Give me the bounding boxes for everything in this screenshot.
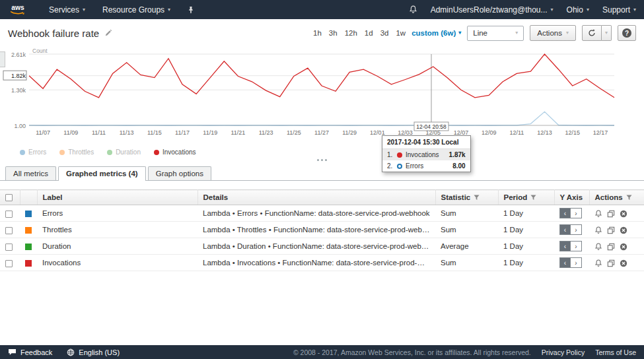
language-label: English (US) [79, 348, 120, 356]
chevron-down-icon: ▾ [566, 30, 569, 36]
row-checkbox[interactable] [5, 260, 13, 267]
duplicate-metric-icon[interactable] [607, 243, 615, 251]
nav-support-menu[interactable]: Support ▾ [602, 5, 636, 15]
y-axis-left-button[interactable]: ‹ [559, 257, 571, 268]
metric-statistic-cell: Average [435, 238, 498, 255]
refresh-button[interactable] [582, 25, 602, 41]
range-1d[interactable]: 1d [365, 29, 373, 37]
refresh-options-button[interactable]: ▾ [602, 25, 612, 41]
metric-period[interactable]: 1 Day [503, 209, 523, 217]
select-all-checkbox[interactable] [5, 194, 13, 201]
notifications-bell-icon[interactable] [409, 5, 417, 14]
metric-period[interactable]: 1 Day [503, 242, 523, 250]
row-checkbox[interactable] [5, 244, 13, 251]
nav-services[interactable]: Services ▾ [49, 5, 85, 15]
column-header-actions[interactable]: Actions [589, 190, 644, 205]
aws-logo[interactable]: aws [8, 3, 29, 16]
column-header-statistic[interactable]: Statistic [435, 190, 498, 205]
filter-icon[interactable] [474, 195, 480, 201]
metric-period[interactable]: 1 Day [503, 259, 523, 267]
metric-details: Lambda • Invocations • FunctionName: dat… [203, 259, 435, 267]
tab-graphed-metrics-4-[interactable]: Graphed metrics (4) [58, 166, 146, 181]
create-alarm-icon[interactable] [594, 259, 602, 267]
series-errors [29, 112, 614, 125]
remove-metric-icon[interactable] [620, 243, 627, 251]
metric-statistic[interactable]: Sum [441, 209, 456, 217]
filter-icon[interactable] [626, 195, 632, 201]
y-axis-right-button[interactable]: › [571, 208, 582, 218]
range-3d[interactable]: 3d [380, 29, 389, 37]
range-3h[interactable]: 3h [329, 29, 338, 37]
row-swatch-cell [20, 255, 37, 271]
y-axis-left-button[interactable]: ‹ [559, 208, 571, 218]
legend-label: Errors [28, 148, 46, 156]
y-axis-left-button[interactable]: ‹ [559, 224, 571, 235]
filter-icon[interactable] [530, 195, 536, 201]
metric-label-cell: Duration [37, 238, 197, 255]
privacy-policy-link[interactable]: Privacy Policy [542, 348, 585, 356]
row-checkbox[interactable] [5, 211, 13, 218]
nav-resource-groups[interactable]: Resource Groups ▾ [102, 5, 170, 15]
metric-details-cell: Lambda • Errors • FunctionName: data-sto… [197, 205, 435, 222]
x-tick-label: 11/13 [120, 129, 134, 136]
language-selector[interactable]: English (US) [67, 348, 120, 356]
remove-metric-icon[interactable] [620, 210, 627, 218]
nav-resource-groups-label: Resource Groups [102, 5, 164, 15]
metrics-line-chart[interactable]: 2.61k1.82k1.30k1.00Count11/0711/0911/111… [0, 48, 633, 147]
y-axis-right-button[interactable]: › [571, 257, 582, 268]
tooltip-row-errors: 2.Errors8.00 [382, 160, 470, 172]
tooltip-series-value: 8.00 [452, 162, 465, 170]
metric-details: Lambda • Throttles • FunctionName: data-… [203, 226, 435, 234]
create-alarm-icon[interactable] [594, 210, 602, 218]
chevron-down-icon: ▾ [168, 7, 170, 13]
chart-type-select[interactable]: Line ▾ [467, 26, 524, 41]
nav-account-menu[interactable]: AdminUsersRole/ztwang@thou... ▾ [431, 5, 554, 15]
legend-item-duration[interactable]: Duration [107, 148, 141, 156]
metric-actions-cell [589, 222, 644, 238]
range-12h[interactable]: 12h [345, 29, 357, 37]
x-tick-label: 12/09 [482, 129, 497, 136]
metric-statistic[interactable]: Average [441, 242, 469, 250]
legend-dot [154, 150, 159, 155]
chart-resize-handle[interactable] [0, 156, 644, 162]
duplicate-metric-icon[interactable] [607, 259, 615, 267]
range-1h[interactable]: 1h [313, 29, 322, 37]
remove-metric-icon[interactable] [620, 259, 627, 267]
tooltip-series-dot [397, 152, 402, 158]
duplicate-metric-icon[interactable] [607, 226, 615, 234]
custom-range-button[interactable]: custom (6w) ▾ [411, 29, 461, 37]
column-header-period[interactable]: Period [498, 190, 554, 205]
y-axis-right-button[interactable]: › [571, 224, 582, 235]
edit-title-pencil-icon[interactable] [104, 29, 112, 37]
metric-details: Lambda • Errors • FunctionName: data-sto… [203, 209, 430, 217]
x-tick-label: 11/17 [175, 129, 190, 136]
pin-shortcut-icon[interactable] [188, 6, 194, 14]
range-1w[interactable]: 1w [396, 29, 406, 37]
legend-item-throttles[interactable]: Throttles [59, 148, 94, 156]
feedback-link[interactable]: Feedback [8, 348, 52, 356]
sidebar-expand-handle[interactable] [0, 51, 5, 67]
y-tick-label: 1.00 [14, 123, 26, 129]
duplicate-metric-icon[interactable] [607, 210, 615, 218]
metric-statistic[interactable]: Sum [441, 259, 456, 267]
tooltip-series-name: Errors [406, 162, 423, 170]
tab-graph-options[interactable]: Graph options [148, 166, 211, 180]
create-alarm-icon[interactable] [594, 243, 602, 251]
terms-of-use-link[interactable]: Terms of Use [595, 348, 636, 356]
tab-all-metrics[interactable]: All metrics [5, 166, 56, 180]
remove-metric-icon[interactable] [620, 226, 627, 234]
metric-label: Throttles [42, 226, 72, 234]
y-axis-left-button[interactable]: ‹ [559, 241, 571, 251]
metric-statistic[interactable]: Sum [441, 226, 456, 234]
help-button[interactable]: ? [618, 25, 636, 41]
actions-button[interactable]: Actions ▾ [530, 25, 576, 41]
metric-statistic-cell: Sum [435, 255, 498, 271]
row-checkbox[interactable] [5, 227, 13, 234]
metric-period[interactable]: 1 Day [503, 226, 523, 234]
create-alarm-icon[interactable] [594, 226, 602, 234]
y-axis-right-button[interactable]: › [571, 241, 582, 251]
legend-item-errors[interactable]: Errors [20, 148, 46, 156]
legend-item-invocations[interactable]: Invocations [154, 148, 196, 156]
graph-title-bar: Webhook failure rate 1h3h12h1d3d1w custo… [0, 19, 644, 44]
nav-region-menu[interactable]: Ohio ▾ [567, 5, 589, 15]
